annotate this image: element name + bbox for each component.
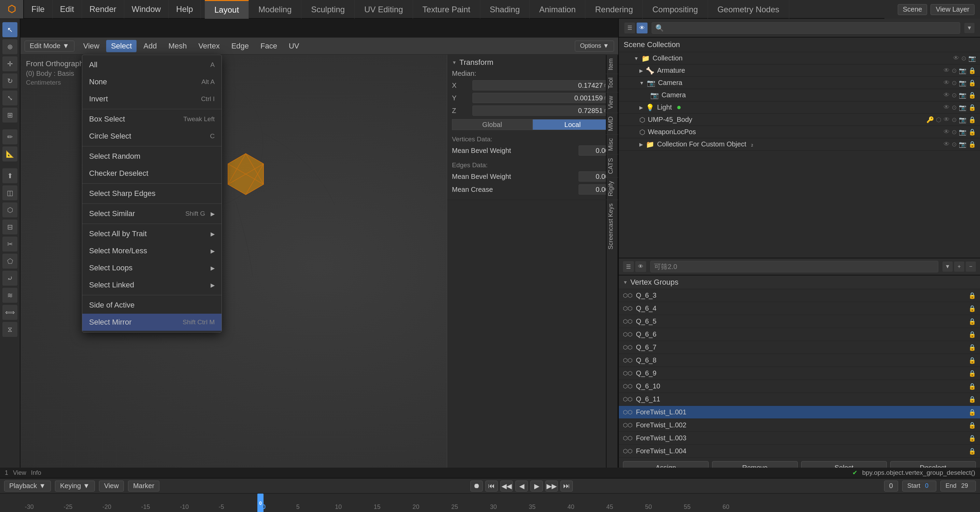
outliner-light[interactable]: ▶ 💡 Light 👁 ⊙ 📷 🔒 bbox=[619, 102, 980, 114]
jump-start-btn[interactable]: ⏮ bbox=[485, 480, 498, 491]
vg-q63[interactable]: ⬡⬡ Q_6_3 🔒 bbox=[619, 289, 980, 302]
record-btn[interactable]: ⏺ bbox=[470, 480, 483, 491]
menu-select-sharp-edges[interactable]: Select Sharp Edges bbox=[82, 185, 221, 202]
vg-q67[interactable]: ⬡⬡ Q_6_7 🔒 bbox=[619, 341, 980, 354]
tool-spin[interactable]: ⤾ bbox=[2, 271, 18, 286]
vg-q611[interactable]: ⬡⬡ Q_6_11 🔒 bbox=[619, 393, 980, 406]
vg-lock-q64[interactable]: 🔒 bbox=[968, 305, 976, 312]
header-view[interactable]: View bbox=[78, 40, 104, 52]
vg-q610[interactable]: ⬡⬡ Q_6_10 🔒 bbox=[619, 380, 980, 393]
vg-q64[interactable]: ⬡⬡ Q_6_4 🔒 bbox=[619, 302, 980, 315]
menu-help[interactable]: Help bbox=[169, 0, 201, 18]
tool-rotate[interactable]: ↻ bbox=[2, 73, 18, 88]
menu-window[interactable]: Window bbox=[124, 0, 169, 18]
outliner-collection[interactable]: ▼ 📁 Collection 👁 ⊙ 📷 bbox=[619, 52, 980, 65]
view-dropdown[interactable]: View bbox=[99, 480, 124, 491]
tab-texture-paint[interactable]: Texture Paint bbox=[413, 0, 480, 19]
vg-lock-ft002[interactable]: 🔒 bbox=[968, 421, 976, 429]
menu-checker-deselect[interactable]: Checker Deselect bbox=[82, 165, 221, 182]
vtab-rigify[interactable]: Rigify bbox=[606, 177, 618, 200]
vg-q66[interactable]: ⬡⬡ Q_6_6 🔒 bbox=[619, 328, 980, 341]
menu-select-all-by-trait[interactable]: Select All by Trait ▶ bbox=[82, 225, 221, 242]
vg-filter-icon[interactable]: ▼ bbox=[942, 261, 953, 272]
vg-lock-q63[interactable]: 🔒 bbox=[968, 292, 976, 299]
tool-poly-build[interactable]: ⬠ bbox=[2, 254, 18, 269]
properties-view-icon[interactable]: 👁 bbox=[636, 22, 648, 33]
menu-circle-select[interactable]: Circle Select C bbox=[82, 128, 221, 145]
header-edge[interactable]: Edge bbox=[227, 40, 254, 52]
tab-geometry-nodes[interactable]: Geometry Nodes bbox=[708, 0, 789, 19]
vg-q65[interactable]: ⬡⬡ Q_6_5 🔒 bbox=[619, 315, 980, 328]
tool-measure[interactable]: 📐 bbox=[2, 146, 18, 161]
armature-lock-icon[interactable]: 🔒 bbox=[968, 67, 976, 75]
tab-animation[interactable]: Animation bbox=[530, 0, 586, 19]
vtab-screencast[interactable]: Screencast Keys bbox=[606, 200, 618, 253]
vg-lock-q66[interactable]: 🔒 bbox=[968, 331, 976, 338]
vg-list-icon[interactable]: ☰ bbox=[623, 261, 634, 272]
vg-lock-ft001[interactable]: 🔒 bbox=[968, 409, 976, 416]
vg-lock-q65[interactable]: 🔒 bbox=[968, 318, 976, 325]
tool-select[interactable]: ↖ bbox=[2, 22, 18, 37]
properties-search[interactable]: 🔍 bbox=[652, 22, 960, 34]
menu-select-linked[interactable]: Select Linked ▶ bbox=[82, 277, 221, 294]
vg-foretwist-l002[interactable]: ⬡⬡ ForeTwist_L.002 🔒 bbox=[619, 419, 980, 432]
menu-file[interactable]: File bbox=[24, 0, 52, 18]
status-info[interactable]: Info bbox=[31, 469, 41, 477]
tool-shear[interactable]: ⧖ bbox=[2, 322, 18, 337]
y-value-field[interactable]: 0.001159 m bbox=[473, 93, 613, 103]
header-add[interactable]: Add bbox=[138, 40, 161, 52]
vtab-view[interactable]: View bbox=[606, 92, 618, 113]
local-btn[interactable]: Local bbox=[533, 119, 613, 130]
filter-icon[interactable]: ▼ bbox=[964, 23, 975, 33]
menu-invert[interactable]: Invert Ctrl I bbox=[82, 91, 221, 108]
playback-dropdown[interactable]: Playback ▼ bbox=[4, 480, 51, 491]
tool-extrude[interactable]: ⬆ bbox=[2, 168, 18, 183]
header-vertex[interactable]: Vertex bbox=[194, 40, 224, 52]
menu-select-more-less[interactable]: Select More/Less ▶ bbox=[82, 242, 221, 259]
menu-select-random[interactable]: Select Random bbox=[82, 148, 221, 165]
vg-lock-ft003[interactable]: 🔒 bbox=[968, 434, 976, 442]
current-frame[interactable]: 0 bbox=[884, 480, 898, 491]
vg-lock-q69[interactable]: 🔒 bbox=[968, 370, 976, 377]
vg-add-icon[interactable]: + bbox=[954, 261, 964, 272]
armature-vis-icon[interactable]: 👁 bbox=[943, 67, 950, 75]
tool-inset[interactable]: ◫ bbox=[2, 185, 18, 200]
timeline-body[interactable]: -30 -25 -20 -15 -10 -5 0 5 10 15 20 25 3… bbox=[0, 494, 980, 512]
tab-shading[interactable]: Shading bbox=[480, 0, 530, 19]
tool-move[interactable]: ✛ bbox=[2, 56, 18, 72]
outliner-custom-collection[interactable]: ▶ 📁 Collection For Custom Object ₂ 👁 ⊙ 📷… bbox=[619, 138, 980, 151]
properties-list-icon[interactable]: ☰ bbox=[624, 22, 635, 33]
menu-box-select[interactable]: Box Select Tweak Left bbox=[82, 111, 221, 128]
step-fwd-btn[interactable]: ▶▶ bbox=[546, 480, 558, 491]
viewport-options[interactable]: Options ▼ bbox=[575, 41, 614, 51]
tool-loop-cut[interactable]: ⊟ bbox=[2, 219, 18, 234]
vg-foretwist-l001[interactable]: ⬡⬡ ForeTwist_L.001 🔒 bbox=[619, 406, 980, 419]
vtab-item[interactable]: Item bbox=[606, 55, 618, 74]
z-value-field[interactable]: 0.72851 m bbox=[473, 105, 613, 116]
vg-remove-icon[interactable]: − bbox=[966, 261, 976, 272]
tab-uv-editing[interactable]: UV Editing bbox=[355, 0, 413, 19]
menu-select-loops[interactable]: Select Loops ▶ bbox=[82, 259, 221, 277]
tab-rendering[interactable]: Rendering bbox=[585, 0, 643, 19]
mode-selector[interactable]: Edit Mode ▼ bbox=[25, 41, 75, 51]
tool-knife[interactable]: ✂ bbox=[2, 237, 18, 251]
tab-sculpting[interactable]: Sculpting bbox=[301, 0, 355, 19]
vg-lock-q68[interactable]: 🔒 bbox=[968, 357, 976, 364]
view-layer-selector[interactable]: View Layer bbox=[931, 4, 975, 15]
tool-slide-relax[interactable]: ⟺ bbox=[2, 305, 18, 320]
header-mesh[interactable]: Mesh bbox=[164, 40, 191, 52]
visibility-icon[interactable]: 👁 bbox=[953, 55, 959, 62]
tool-cursor[interactable]: ⊕ bbox=[2, 39, 18, 54]
header-select[interactable]: Select bbox=[106, 40, 137, 52]
tool-transform[interactable]: ⊞ bbox=[2, 108, 18, 122]
vg-lock-q67[interactable]: 🔒 bbox=[968, 344, 976, 351]
outliner-armature[interactable]: ▶ 🦴 Armature 👁 ⊙ 📷 🔒 bbox=[619, 65, 980, 77]
outliner-ump-body[interactable]: ⬡ UMP-45_Body 🔑 ⬡ 👁 ⊙ 📷 🔒 bbox=[619, 114, 980, 126]
vtab-tool[interactable]: Tool bbox=[606, 74, 618, 92]
marker-dropdown[interactable]: Marker bbox=[128, 480, 159, 491]
step-back-btn[interactable]: ◀◀ bbox=[500, 480, 513, 491]
menu-side-of-active[interactable]: Side of Active bbox=[82, 297, 221, 314]
jump-end-btn[interactable]: ⏭ bbox=[560, 480, 573, 491]
vg-search[interactable]: 可筛2.0 bbox=[650, 261, 939, 272]
vtab-misc[interactable]: Misc bbox=[606, 135, 618, 154]
